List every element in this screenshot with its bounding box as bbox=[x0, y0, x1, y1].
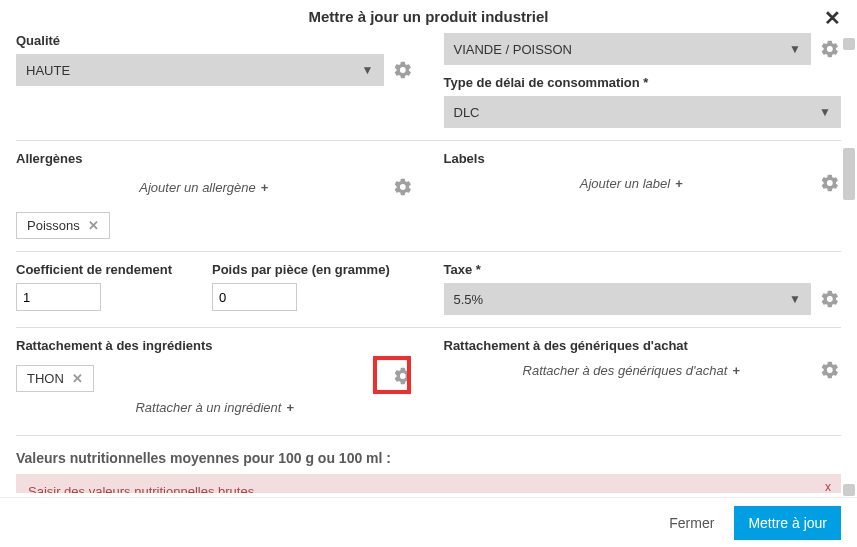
add-generic-button[interactable]: Rattacher à des génériques d'achat + bbox=[523, 363, 740, 378]
quality-label: Qualité bbox=[16, 33, 414, 48]
add-label-text: Ajouter un label bbox=[580, 176, 670, 191]
add-ingredient-label: Rattacher à un ingrédient bbox=[135, 400, 281, 415]
allergens-label: Allergènes bbox=[16, 151, 414, 166]
plus-icon: + bbox=[732, 363, 740, 378]
tax-label: Taxe * bbox=[444, 262, 842, 277]
yield-label: Coefficient de rendement bbox=[16, 262, 196, 277]
plus-icon: + bbox=[261, 180, 269, 195]
ingredients-label: Rattachement à des ingrédients bbox=[16, 338, 414, 353]
close-button[interactable]: Fermer bbox=[661, 509, 722, 537]
tax-select[interactable]: 5.5% ▼ bbox=[444, 283, 812, 315]
consumption-select[interactable]: DLC ▼ bbox=[444, 96, 842, 128]
allergen-chip[interactable]: Poissons ✕ bbox=[16, 212, 110, 239]
weight-label: Poids par pièce (en gramme) bbox=[212, 262, 414, 277]
gear-icon[interactable] bbox=[819, 38, 841, 60]
gear-icon[interactable] bbox=[392, 59, 414, 81]
category-select[interactable]: VIANDE / POISSON ▼ bbox=[444, 33, 812, 65]
generics-label: Rattachement à des génériques d'achat bbox=[444, 338, 842, 353]
add-allergen-label: Ajouter un allergène bbox=[139, 180, 255, 195]
modal-header: Mettre à jour un produit industriel ✕ bbox=[0, 0, 857, 33]
labels-label: Labels bbox=[444, 151, 842, 166]
gear-icon[interactable] bbox=[819, 359, 841, 381]
tax-value: 5.5% bbox=[454, 292, 484, 307]
chevron-down-icon: ▼ bbox=[819, 105, 831, 119]
scroll-up-icon[interactable] bbox=[843, 38, 855, 50]
close-icon[interactable]: ✕ bbox=[824, 6, 841, 30]
yield-input[interactable] bbox=[16, 283, 101, 311]
nutrition-title: Valeurs nutritionnelles moyennes pour 10… bbox=[16, 450, 841, 466]
scroll-down-icon[interactable] bbox=[843, 484, 855, 496]
nutrition-banner-button[interactable]: Saisir des valeurs nutritionnelles brute… bbox=[16, 474, 841, 493]
add-allergen-button[interactable]: Ajouter un allergène + bbox=[139, 180, 268, 195]
weight-input[interactable] bbox=[212, 283, 297, 311]
chevron-down-icon: ▼ bbox=[789, 42, 801, 56]
modal-title: Mettre à jour un produit industriel bbox=[309, 8, 549, 25]
allergen-chip-label: Poissons bbox=[27, 218, 80, 233]
gear-icon[interactable] bbox=[392, 176, 414, 198]
plus-icon: + bbox=[675, 176, 683, 191]
divider bbox=[16, 327, 841, 328]
add-label-button[interactable]: Ajouter un label + bbox=[580, 176, 683, 191]
plus-icon: + bbox=[286, 400, 294, 415]
remove-icon[interactable]: ✕ bbox=[88, 218, 99, 233]
divider bbox=[16, 435, 841, 436]
consumption-value: DLC bbox=[454, 105, 480, 120]
close-icon[interactable]: x bbox=[825, 480, 831, 493]
quality-select[interactable]: HAUTE ▼ bbox=[16, 54, 384, 86]
category-value: VIANDE / POISSON bbox=[454, 42, 572, 57]
chevron-down-icon: ▼ bbox=[789, 292, 801, 306]
consumption-label: Type de délai de consommation * bbox=[444, 75, 842, 90]
gear-icon[interactable] bbox=[392, 365, 414, 387]
remove-icon[interactable]: ✕ bbox=[72, 371, 83, 386]
divider bbox=[16, 140, 841, 141]
divider bbox=[16, 251, 841, 252]
add-ingredient-button[interactable]: Rattacher à un ingrédient + bbox=[135, 400, 294, 415]
modal-footer: Fermer Mettre à jour bbox=[0, 497, 857, 547]
chevron-down-icon: ▼ bbox=[362, 63, 374, 77]
gear-icon[interactable] bbox=[819, 172, 841, 194]
nutrition-banner-text: Saisir des valeurs nutritionnelles brute… bbox=[28, 484, 254, 493]
modal-body: Qualité HAUTE ▼ VIANDE / POISSON ▼ Type … bbox=[0, 33, 857, 493]
add-generic-label: Rattacher à des génériques d'achat bbox=[523, 363, 728, 378]
scrollbar-thumb[interactable] bbox=[843, 148, 855, 200]
ingredient-chip[interactable]: THON ✕ bbox=[16, 365, 94, 392]
gear-icon[interactable] bbox=[819, 288, 841, 310]
ingredient-chip-label: THON bbox=[27, 371, 64, 386]
submit-button[interactable]: Mettre à jour bbox=[734, 506, 841, 540]
quality-value: HAUTE bbox=[26, 63, 70, 78]
